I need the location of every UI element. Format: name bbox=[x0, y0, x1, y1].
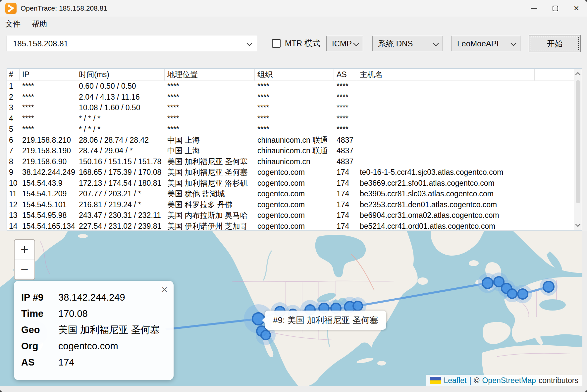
table-scrollbar[interactable] bbox=[574, 69, 582, 230]
table-row[interactable]: 14154.54.165.134227.54 / 231.02 / 239.81… bbox=[7, 221, 574, 231]
hop-tooltip: #9: 美国 加利福尼亚 圣何塞 bbox=[265, 311, 386, 330]
map-attribution: Leaflet | © OpenStreetMap contributors bbox=[426, 375, 582, 386]
protocol-select[interactable]: ICMP bbox=[326, 36, 363, 51]
table-cell: 168.65 / 175.39 / 170.08 bbox=[76, 167, 165, 178]
api-select[interactable]: LeoMoeAPI bbox=[452, 36, 520, 51]
route-marker[interactable] bbox=[543, 281, 554, 292]
popup-close-button[interactable]: × bbox=[161, 284, 168, 295]
route-marker[interactable] bbox=[353, 301, 362, 311]
map-zoom-control: + − bbox=[14, 239, 35, 280]
table-cell: 154.54.1.209 bbox=[20, 188, 76, 199]
menu-item-help[interactable]: 帮助 bbox=[32, 17, 47, 31]
table-cell: 154.54.5.101 bbox=[20, 199, 76, 210]
table-cell: 10.08 / 1.60 / 0.50 bbox=[76, 102, 165, 113]
table-cell: be2353.ccr81.den01.atlas.cogentco.com bbox=[357, 199, 535, 210]
column-header[interactable]: IP bbox=[20, 69, 76, 80]
table-cell: 28.74 / 29.04 / * bbox=[76, 145, 165, 156]
zoom-in-button[interactable]: + bbox=[15, 240, 34, 260]
column-header[interactable]: 时间(ms) bbox=[76, 69, 165, 80]
popup-value: 174 bbox=[58, 357, 74, 368]
scrollbar-thumb[interactable] bbox=[576, 80, 580, 203]
table-cell: 4 bbox=[7, 113, 20, 124]
leaflet-link[interactable]: Leaflet bbox=[444, 376, 466, 385]
table-cell: 中国 上海 bbox=[165, 145, 255, 156]
table-cell: 2.04 / 4.13 / 11.16 bbox=[76, 92, 165, 103]
route-marker[interactable] bbox=[261, 330, 270, 340]
route-marker[interactable] bbox=[482, 278, 493, 288]
table-cell: **** bbox=[334, 124, 357, 135]
table-cell bbox=[357, 124, 535, 135]
table-row[interactable]: 1****0.60 / 0.50 / 0.50************ bbox=[7, 81, 574, 92]
table-row[interactable]: 4***** / * / ************* bbox=[7, 113, 574, 124]
table-cell: * / * / * bbox=[76, 113, 165, 124]
table-cell: **** bbox=[334, 92, 357, 103]
target-input[interactable] bbox=[7, 36, 257, 51]
column-header[interactable]: 主机名 bbox=[357, 69, 535, 80]
trace-results-table: #IP时间(ms)地理位置组织AS主机名 1****0.60 / 0.50 / … bbox=[7, 69, 582, 230]
table-cell: 7 bbox=[7, 145, 20, 156]
app-logo-icon bbox=[5, 3, 17, 14]
table-cell: 美国 科罗拉多 丹佛 bbox=[165, 199, 255, 210]
chevron-down-icon bbox=[353, 41, 359, 46]
table-row[interactable]: 938.142.244.249168.65 / 175.39 / 170.08美… bbox=[7, 167, 574, 178]
table-row[interactable]: 8219.158.6.90150.16 / 151.15 / 151.78美国 … bbox=[7, 156, 574, 167]
table-cell: 12 bbox=[7, 199, 20, 210]
table-cell: **** bbox=[165, 92, 255, 103]
route-marker[interactable] bbox=[507, 289, 517, 298]
column-header[interactable]: 组织 bbox=[255, 69, 334, 80]
route-marker[interactable] bbox=[518, 289, 528, 299]
zoom-out-button[interactable]: − bbox=[15, 260, 34, 279]
mtr-mode-checkbox[interactable] bbox=[272, 39, 281, 48]
table-cell: 美国 犹他 盐湖城 bbox=[165, 188, 255, 199]
mtr-mode-label: MTR 模式 bbox=[285, 35, 320, 52]
table-cell: 174 bbox=[334, 167, 357, 178]
popup-row: AS174 bbox=[21, 354, 166, 370]
popup-row: Geo美国 加利福尼亚 圣何塞 bbox=[21, 322, 166, 338]
table-row[interactable]: 12154.54.5.101216.81 / 219.24 / *美国 科罗拉多… bbox=[7, 199, 574, 210]
table-cell: 2 bbox=[7, 92, 20, 103]
table-cell: 中国 上海 bbox=[165, 135, 255, 146]
minimize-button[interactable] bbox=[523, 0, 545, 17]
table-row[interactable]: 13154.54.95.98243.47 / 230.31 / 232.11美国… bbox=[7, 210, 574, 221]
menu-item-file[interactable]: 文件 bbox=[5, 17, 21, 31]
column-header[interactable]: # bbox=[7, 69, 20, 80]
table-cell: **** bbox=[20, 113, 76, 124]
table-row[interactable]: 3****10.08 / 1.60 / 0.50************ bbox=[7, 102, 574, 113]
table-row[interactable]: 5***** / * / ************* bbox=[7, 124, 574, 135]
attribution-suffix: contributors bbox=[539, 376, 578, 385]
table-header-row: #IP时间(ms)地理位置组织AS主机名 bbox=[7, 69, 574, 81]
table-cell bbox=[357, 113, 535, 124]
table-row[interactable]: 6219.158.8.21028.06 / 28.74 / 28.42中国 上海… bbox=[7, 135, 574, 146]
scroll-down-icon[interactable] bbox=[575, 222, 581, 227]
close-button[interactable]: × bbox=[566, 0, 587, 17]
table-row[interactable]: 11154.54.1.209207.77 / 203.21 / *美国 犹他 盐… bbox=[7, 188, 574, 199]
popup-rows: IP #938.142.244.249Time170.08Geo美国 加利福尼亚… bbox=[21, 289, 166, 370]
column-header[interactable]: AS bbox=[334, 69, 357, 80]
table-cell: cogentco.com bbox=[255, 167, 334, 178]
table-row[interactable]: 7219.158.8.19028.74 / 29.04 / *中国 上海chin… bbox=[7, 145, 574, 156]
table-row[interactable]: 2****2.04 / 4.13 / 11.16************ bbox=[7, 92, 574, 103]
dns-select[interactable]: 系统 DNS bbox=[372, 36, 443, 51]
table-cell: cogentco.com bbox=[255, 210, 334, 221]
start-button[interactable]: 开始 bbox=[529, 35, 581, 52]
osm-link[interactable]: OpenStreetMap bbox=[482, 376, 536, 385]
popup-label: Org bbox=[21, 341, 58, 352]
table-cell: 150.16 / 151.15 / 151.78 bbox=[76, 156, 165, 167]
maximize-button[interactable] bbox=[545, 0, 566, 17]
table-row[interactable]: 10154.54.43.9172.13 / 174.54 / 180.81美国 … bbox=[7, 178, 574, 189]
scroll-up-icon[interactable] bbox=[575, 72, 581, 77]
target-combobox[interactable] bbox=[7, 36, 257, 51]
table-cell: 4837 bbox=[334, 135, 357, 146]
table-cell: 207.77 / 203.21 / * bbox=[76, 188, 165, 199]
popup-value: 38.142.244.249 bbox=[58, 292, 125, 303]
column-header[interactable]: 地理位置 bbox=[165, 69, 255, 80]
table-cell: **** bbox=[20, 124, 76, 135]
table-cell: 14 bbox=[7, 221, 20, 231]
route-map[interactable]: + − #9: 美国 加利福尼亚 圣何塞 × IP #938.142.244.2… bbox=[0, 231, 582, 386]
table-cell: **** bbox=[255, 124, 334, 135]
table-cell: 4837 bbox=[334, 156, 357, 167]
table-cell: 美国 加利福尼亚 洛杉矶 bbox=[165, 178, 255, 189]
table-cell: be5214.ccr41.ord01.atlas.cogentco.com bbox=[357, 221, 535, 231]
table-cell: 5 bbox=[7, 124, 20, 135]
table-cell: **** bbox=[334, 81, 357, 92]
